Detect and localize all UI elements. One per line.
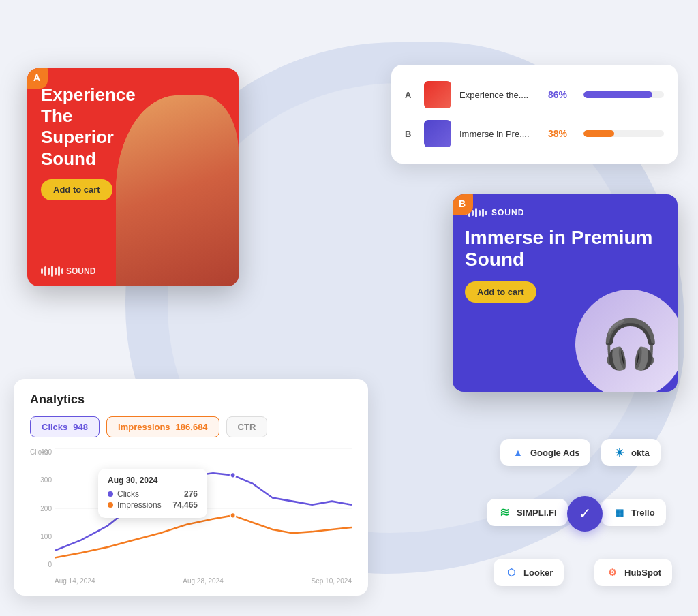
looker-label: Looker [524, 568, 553, 578]
google-ads-label: Google Ads [530, 448, 579, 458]
ad-a-label: A [27, 68, 48, 89]
ad-card-b: B SOUND Immerse in Premium Sound Add to … [453, 194, 678, 392]
ab-bar-track-a [583, 91, 664, 98]
ab-row-b: B Immerse in Pre.... 38% [405, 114, 664, 153]
okta-icon: ✳ [612, 446, 626, 459]
tooltip-clicks-label: Clicks [117, 489, 139, 499]
chart-y-labels: 400 300 200 100 0 [30, 448, 52, 568]
tooltip-clicks-val: 276 [184, 489, 198, 499]
metric-impressions-label: Impressions [118, 422, 170, 432]
x-label-aug28: Aug 28, 2024 [183, 577, 224, 585]
metric-ctr[interactable]: CTR [226, 416, 268, 437]
integration-looker: ⬡ Looker [494, 559, 564, 586]
trello-icon: ▦ [612, 506, 626, 519]
ab-tag-b: B [405, 129, 416, 139]
trello-label: Trello [631, 508, 655, 518]
integration-google-ads: ▲ Google Ads [500, 439, 590, 466]
ad-b-logo-row: SOUND [465, 208, 665, 217]
tooltip-clicks-dot [108, 491, 113, 497]
tooltip-impressions-label: Impressions [117, 500, 162, 510]
metric-clicks[interactable]: Clicks 948 [30, 416, 100, 437]
metric-clicks-label: Clicks [42, 422, 67, 432]
chart-area: Clicks 400 300 200 100 0 [30, 448, 352, 585]
hubspot-label: HubSpot [624, 568, 661, 578]
ab-bar-fill-a [583, 91, 652, 98]
ab-name-b: Immerse in Pre.... [459, 129, 540, 139]
x-label-sep10: Sep 10, 2024 [312, 577, 352, 585]
ab-pct-a: 86% [548, 89, 575, 100]
integration-hubspot: ⚙ HubSpot [594, 559, 672, 586]
integration-simplifi: ≋ SIMPLI.FI [487, 499, 568, 526]
y-label-300: 300 [40, 476, 52, 484]
ad-b-logo-text: SOUND [491, 208, 524, 217]
hubspot-icon: ⚙ [605, 566, 619, 579]
metrics-row: Clicks 948 Impressions 186,684 CTR [30, 416, 352, 437]
ab-comparison-card: A Experience the.... 86% B Immerse in Pr… [391, 65, 678, 164]
y-label-200: 200 [40, 505, 52, 512]
metric-impressions[interactable]: Impressions 186,684 [106, 416, 219, 437]
check-icon: ✓ [579, 505, 591, 523]
tooltip-clicks-row: Clicks 276 [108, 489, 198, 499]
y-label-100: 100 [40, 533, 52, 540]
ad-b-label: B [453, 194, 473, 215]
ab-row-a: A Experience the.... 86% [405, 76, 664, 114]
x-label-aug14: Aug 14, 2024 [55, 577, 95, 585]
svg-point-5 [230, 472, 236, 478]
ad-a-logo: SOUND [41, 266, 95, 277]
metric-impressions-val: 186,684 [176, 422, 208, 432]
simplifi-label: SIMPLI.FI [517, 508, 557, 518]
svg-point-6 [230, 512, 236, 518]
tooltip-date: Aug 30, 2024 [108, 476, 198, 485]
analytics-title: Analytics [30, 392, 352, 407]
metric-ctr-label: CTR [238, 422, 256, 432]
ad-a-button[interactable]: Add to cart [41, 179, 112, 200]
ab-thumb-b [424, 120, 451, 147]
y-label-0: 0 [48, 561, 52, 568]
ab-bar-track-b [583, 130, 664, 137]
integration-trello: ▦ Trello [601, 499, 666, 526]
ab-name-a: Experience the.... [459, 90, 540, 100]
chart-tooltip: Aug 30, 2024 Clicks 276 Impressions 74,4… [98, 469, 207, 518]
ab-bar-fill-b [583, 130, 614, 137]
looker-icon: ⬡ [504, 566, 518, 579]
tooltip-impressions-row: Impressions 74,465 [108, 500, 198, 510]
ad-card-a: A Experience The Superior Sound Add to c… [27, 68, 239, 286]
okta-label: okta [631, 448, 650, 458]
google-ads-icon: ▲ [511, 446, 525, 459]
metric-clicks-val: 948 [73, 422, 88, 432]
check-circle: ✓ [567, 496, 603, 532]
ad-b-button[interactable]: Add to cart [465, 281, 536, 303]
analytics-card: Analytics Clicks 948 Impressions 186,684… [14, 379, 368, 596]
ad-b-title: Immerse in Premium Sound [465, 227, 665, 271]
simplifi-icon: ≋ [498, 506, 511, 519]
tooltip-impressions-val: 74,465 [172, 500, 198, 510]
ab-pct-b: 38% [548, 128, 575, 139]
integrations-area: ▲ Google Ads ✳ okta ≋ SIMPLI.FI ▦ Trello… [487, 439, 684, 596]
integration-okta: ✳ okta [601, 439, 661, 466]
tooltip-impressions-dot [108, 502, 113, 508]
ad-a-title: Experience The Superior Sound [41, 84, 150, 170]
ab-tag-a: A [405, 90, 416, 100]
ab-thumb-a [424, 81, 451, 108]
chart-x-labels: Aug 14, 2024 Aug 28, 2024 Sep 10, 2024 [55, 577, 352, 585]
y-label-400: 400 [40, 448, 52, 456]
